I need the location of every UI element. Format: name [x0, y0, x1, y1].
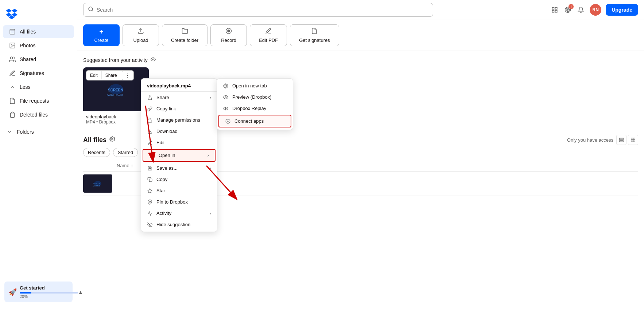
replay-icon [223, 106, 229, 111]
file-card-name: videoplayback [86, 114, 146, 119]
create-folder-button[interactable]: Create folder [162, 24, 207, 46]
svg-rect-31 [148, 120, 152, 122]
svg-rect-20 [620, 138, 624, 139]
context-menu-item-copy[interactable]: Copy [141, 174, 217, 185]
grid-icon[interactable] [550, 5, 559, 14]
file-requests-icon [9, 97, 16, 105]
file-card-info: videoplayback MP4 • Dropbox [83, 111, 149, 127]
svg-rect-0 [10, 29, 15, 34]
share-button[interactable]: Share [102, 71, 121, 79]
edit-pdf-icon [265, 28, 272, 36]
save-as-icon [147, 166, 153, 171]
search-input[interactable] [97, 7, 428, 13]
svg-text:SCREEN: SCREEN [108, 88, 123, 92]
get-started-box[interactable]: 🚀 Get started 20% ▲ [4, 282, 73, 302]
svg-rect-23 [631, 138, 633, 140]
context-menu-item-manage-permissions[interactable]: Manage permissions [141, 114, 217, 126]
submenu-item-connect-apps[interactable]: Connect apps [218, 115, 291, 127]
sidebar-item-shared[interactable]: Shared [3, 53, 74, 66]
list-view-button[interactable] [616, 135, 626, 145]
svg-point-10 [566, 8, 570, 12]
all-files-icon [9, 28, 16, 35]
svg-rect-6 [555, 7, 557, 9]
svg-marker-35 [148, 189, 152, 193]
settings-icon[interactable] [109, 136, 115, 144]
get-signatures-button[interactable]: Get signatures [290, 24, 339, 46]
hide-icon [147, 222, 153, 227]
context-menu-item-open-in[interactable]: Open in › [143, 149, 216, 162]
svg-marker-41 [224, 107, 225, 110]
sidebar-item-less[interactable]: Less [3, 80, 74, 94]
context-menu-item-activity[interactable]: Activity › [141, 208, 217, 219]
pin-label: Pin to Dropbox [156, 199, 188, 205]
svg-point-36 [149, 201, 151, 202]
edit-button[interactable]: Edit [86, 71, 102, 79]
activity-icon [147, 211, 153, 216]
suggested-title-text: Suggested from your activity [83, 57, 148, 63]
avatar[interactable]: RN [590, 4, 601, 16]
submenu-item-preview-dropbox[interactable]: Preview (Dropbox) [217, 91, 293, 103]
file-card-wrapper: SCREEN AUSTRALIA videoplayback MP4 • Dro… [83, 67, 149, 127]
sidebar-item-all-files[interactable]: All files [3, 25, 74, 38]
context-menu-item-share[interactable]: Share › [141, 92, 217, 103]
sidebar-item-signatures[interactable]: Signatures [3, 67, 74, 80]
sidebar-item-label: Shared [20, 56, 36, 62]
action-bar: + Create Upload Create folder Record E [77, 20, 644, 51]
target-icon[interactable]: ! [563, 5, 572, 14]
activity-label: Activity [156, 210, 171, 216]
edit-icon [147, 140, 153, 145]
upgrade-button[interactable]: Upgrade [606, 4, 638, 16]
open-in-label: Open in [159, 153, 175, 158]
search-bar[interactable] [83, 3, 433, 17]
svg-rect-34 [149, 179, 152, 182]
svg-text:AUSTRALIA: AUSTRALIA [107, 93, 123, 97]
edit-pdf-button[interactable]: Edit PDF [250, 24, 287, 46]
photos-icon [9, 42, 16, 49]
bell-icon[interactable] [577, 5, 585, 14]
file-card-meta: MP4 • Dropbox [86, 119, 146, 125]
submenu-item-dropbox-replay[interactable]: Dropbox Replay [217, 103, 293, 114]
upload-button[interactable]: Upload [123, 24, 159, 46]
access-label: Only you have access [567, 137, 613, 143]
sidebar-item-file-requests[interactable]: File requests [3, 94, 74, 107]
sidebar-item-folders[interactable]: Folders [6, 126, 71, 138]
copy-label: Copy [156, 177, 167, 182]
shared-icon [9, 56, 16, 63]
chevron-down-icon [6, 128, 13, 135]
sidebar-bottom: 🚀 Get started 20% ▲ [0, 277, 77, 307]
suggested-section-title: Suggested from your activity [83, 57, 638, 63]
context-menu-item-download[interactable]: Download [141, 126, 217, 137]
view-toggle [616, 135, 638, 145]
grid-view-button[interactable] [628, 135, 638, 145]
sidebar-item-deleted-files[interactable]: Deleted files [3, 108, 74, 121]
sidebar-item-photos[interactable]: Photos [3, 39, 74, 52]
more-options-button[interactable]: ⋮ [122, 71, 133, 80]
submenu-item-open-new-tab[interactable]: Open in new tab [217, 80, 293, 91]
tab-starred[interactable]: Starred [113, 148, 138, 157]
tab-recents[interactable]: Recents [83, 148, 110, 157]
all-files-title: All files [83, 136, 115, 144]
dropbox-logo [0, 4, 77, 25]
create-label: Create [94, 38, 108, 43]
star-icon [147, 188, 153, 193]
eye-icon[interactable] [151, 57, 156, 63]
context-menu-item-save-as[interactable]: Save as... › [141, 162, 217, 174]
share-icon [147, 95, 153, 100]
sort-icon: ↑ [131, 163, 133, 168]
context-menu-item-star[interactable]: Star [141, 185, 217, 196]
create-button[interactable]: + Create [83, 24, 120, 46]
svg-text:SCREEN: SCREEN [93, 183, 100, 185]
svg-rect-25 [631, 140, 633, 142]
context-menu-item-edit[interactable]: Edit [141, 137, 217, 148]
record-button[interactable]: Record [210, 24, 247, 46]
context-menu-item-pin[interactable]: Pin to Dropbox [141, 196, 217, 208]
context-menu-item-hide-suggestion[interactable]: Hide suggestion [141, 219, 217, 230]
get-started-content: 🚀 Get started 20% [9, 285, 78, 299]
context-menu-item-copy-link[interactable]: Copy link [141, 103, 217, 114]
search-icon [88, 6, 94, 13]
svg-rect-5 [552, 7, 554, 9]
dropbox-replay-label: Dropbox Replay [232, 106, 266, 111]
svg-point-11 [567, 9, 569, 11]
open-in-icon [149, 153, 155, 158]
upload-label: Upload [133, 38, 148, 43]
